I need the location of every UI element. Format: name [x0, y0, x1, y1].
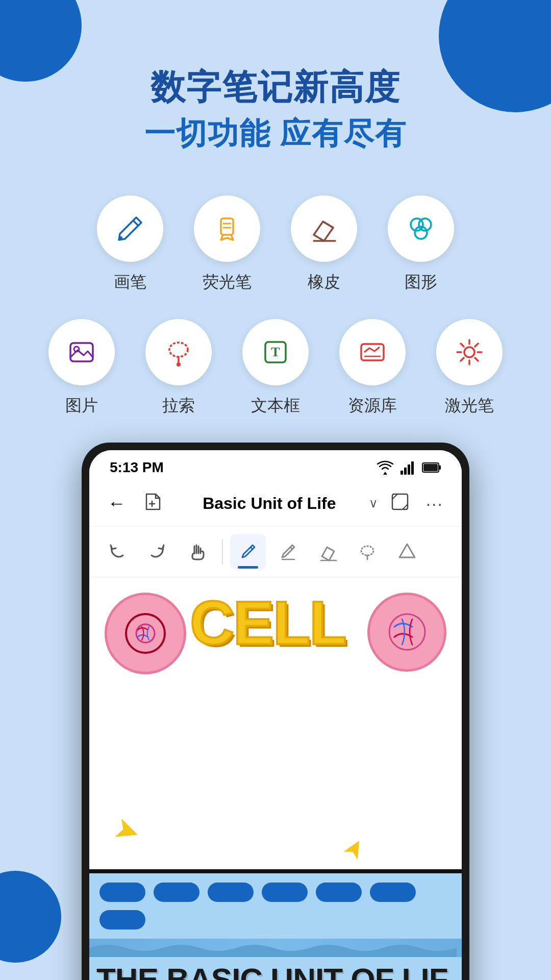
cell-circle-left — [105, 593, 186, 674]
battery-icon — [422, 461, 441, 474]
pencil-button[interactable] — [270, 534, 306, 570]
drawing-toolbar — [89, 527, 462, 577]
cell-nucleus-left — [125, 613, 166, 654]
eraser-toolbar-icon — [318, 542, 337, 561]
tool-lasso-label: 拉索 — [162, 395, 195, 417]
tool-eraser[interactable]: 橡皮 — [291, 195, 357, 293]
header-title-line2: 一切功能 应有尽有 — [0, 113, 551, 155]
redo-icon — [147, 542, 167, 561]
basic-unit-container: THE BASIC UNIT OF LIF — [89, 957, 462, 980]
canvas-area-2: THE BASIC UNIT OF LIF — [89, 873, 462, 980]
tool-shape[interactable]: 图形 — [388, 195, 454, 293]
header-section: 数字笔记新高度 一切功能 应有尽有 — [0, 0, 551, 185]
status-time: 5:13 PM — [110, 459, 164, 476]
tool-eraser-circle — [291, 195, 357, 262]
dot-pill — [154, 883, 199, 902]
basic-unit-text: THE BASIC UNIT OF LIF — [96, 961, 455, 980]
canvas-separator — [89, 869, 462, 873]
tools-row-1: 画笔 荧光笔 橡皮 — [31, 195, 520, 293]
lasso-toolbar-button[interactable] — [349, 534, 385, 570]
tool-textbox-label: 文本框 — [251, 395, 300, 417]
undo-button[interactable] — [99, 534, 135, 570]
laser-icon — [454, 337, 485, 368]
hand-button[interactable] — [179, 534, 215, 570]
tool-textbox[interactable]: T 文本框 — [242, 319, 309, 417]
eraser-icon — [309, 213, 339, 244]
phone-section: 5:13 PM — [0, 443, 551, 980]
tool-image[interactable]: 图片 — [48, 319, 115, 417]
new-doc-button[interactable] — [138, 488, 166, 519]
expand-button[interactable] — [386, 488, 414, 519]
highlighter-icon — [212, 213, 242, 244]
shape-toolbar-icon — [397, 542, 417, 561]
tool-image-circle — [48, 319, 115, 385]
new-doc-icon — [142, 492, 162, 511]
title-chevron[interactable]: ∨ — [369, 496, 378, 510]
cell-word: CELL — [190, 589, 345, 657]
undo-icon — [108, 542, 127, 561]
tools-section: 画笔 荧光笔 橡皮 — [0, 195, 551, 417]
svg-rect-28 — [411, 461, 414, 475]
redo-button[interactable] — [139, 534, 175, 570]
pencil-icon — [278, 542, 297, 561]
wavy-separator — [89, 939, 462, 957]
pen-icon — [115, 213, 145, 244]
shape-icon — [406, 213, 436, 244]
lasso-icon — [163, 337, 194, 368]
tool-highlighter[interactable]: 荧光笔 — [194, 195, 260, 293]
dots-row — [89, 873, 462, 939]
lasso-toolbar-icon — [358, 542, 377, 561]
tool-laser-label: 激光笔 — [445, 395, 494, 417]
svg-line-24 — [461, 358, 464, 361]
arrow-right: ➤ — [336, 831, 372, 865]
hand-icon — [187, 542, 207, 561]
dot-pill — [99, 883, 145, 902]
cell-dna-left — [128, 616, 163, 651]
tool-pen[interactable]: 画笔 — [97, 195, 163, 293]
phone-screen: 5:13 PM — [89, 450, 462, 980]
svg-rect-31 — [423, 464, 438, 471]
svg-point-38 — [130, 618, 161, 649]
status-icons — [376, 460, 441, 475]
textbox-icon: T — [260, 337, 291, 368]
tool-lasso-circle — [145, 319, 212, 385]
svg-line-23 — [475, 344, 478, 347]
back-button[interactable]: ← — [104, 488, 130, 518]
wifi-icon — [376, 460, 394, 475]
tool-eraser-label: 橡皮 — [308, 271, 340, 293]
svg-rect-25 — [400, 471, 403, 475]
tool-resource[interactable]: 资源库 — [339, 319, 406, 417]
tool-laser[interactable]: 激光笔 — [436, 319, 503, 417]
svg-point-40 — [377, 601, 438, 663]
shape-toolbar-button[interactable] — [389, 534, 425, 570]
tool-shape-circle — [388, 195, 454, 262]
dot-pill — [316, 883, 362, 902]
signal-icon — [400, 460, 416, 475]
tool-shape-label: 图形 — [405, 271, 437, 293]
phone-mockup: 5:13 PM — [82, 443, 469, 980]
svg-rect-26 — [404, 468, 407, 475]
canvas-area-1: CELL ➤ — [89, 577, 462, 873]
image-icon — [66, 337, 97, 368]
tool-lasso[interactable]: 拉索 — [145, 319, 212, 417]
tools-row-2: 图片 拉索 T 文本框 — [31, 319, 520, 417]
cell-dna-right — [374, 599, 440, 665]
cell-content: CELL ➤ — [89, 577, 462, 873]
svg-point-37 — [361, 546, 373, 555]
header-title-line1: 数字笔记新高度 — [0, 66, 551, 108]
svg-point-10 — [169, 342, 188, 357]
eraser-toolbar-button[interactable] — [310, 534, 345, 570]
more-button[interactable]: ··· — [422, 489, 447, 518]
svg-rect-30 — [439, 465, 441, 470]
pen-active-icon — [238, 542, 258, 561]
tool-image-label: 图片 — [65, 395, 98, 417]
svg-rect-1 — [221, 218, 233, 235]
dot-pill — [262, 883, 308, 902]
tool-pen-circle — [97, 195, 163, 262]
pen-button[interactable] — [230, 534, 266, 570]
svg-text:T: T — [271, 345, 280, 359]
arrow-left: ➤ — [110, 808, 146, 851]
dot-pill — [99, 910, 145, 929]
toolbar-separator — [222, 539, 223, 565]
app-header: ← Basic Unit of Life ∨ — [89, 481, 462, 527]
